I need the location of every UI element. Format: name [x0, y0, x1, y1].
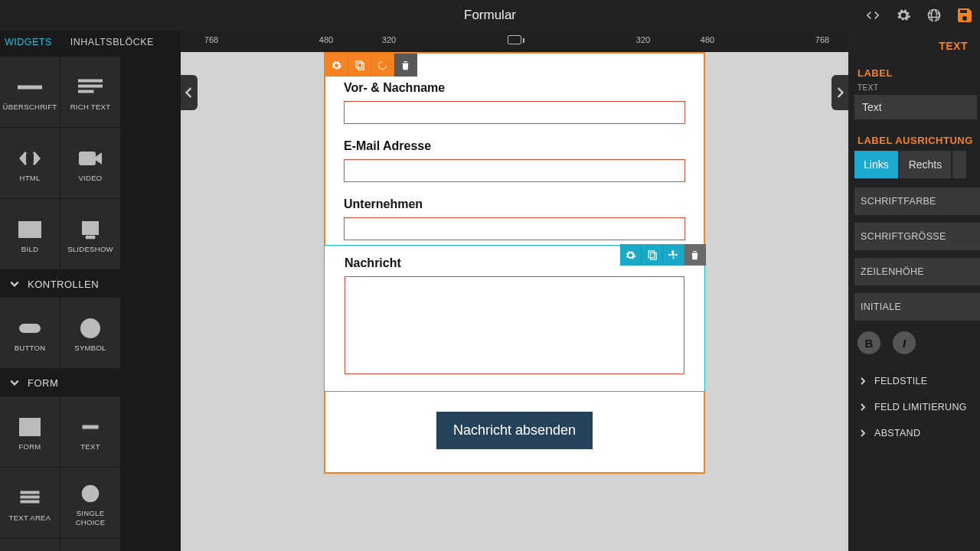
form-block[interactable]: Vor- & Nachname E-Mail Adresse Unternehm… [324, 52, 705, 474]
collapse-left-panel[interactable] [181, 75, 198, 110]
widget-symbol[interactable]: SYMBOL [60, 298, 120, 368]
text-style-group: B I [858, 331, 980, 354]
prop-line-height[interactable]: ZEILENHÖHE [854, 258, 980, 285]
symbol-icon [78, 313, 103, 344]
left-tabs: WIDGETS INHALTSBLÖCKE [0, 31, 181, 57]
widget-label: ÜBERSCHRIFT [0, 103, 60, 112]
widget-grid-controls: BUTTON SYMBOL [0, 298, 181, 369]
element-delete-button[interactable] [684, 244, 706, 266]
submit-row: Nachricht absenden [344, 392, 685, 469]
accordion-spacing[interactable]: ABSTAND [854, 420, 980, 446]
label-text-input[interactable] [854, 95, 977, 119]
widget-heading[interactable]: ÜBERSCHRIFT [0, 57, 60, 127]
field-company[interactable]: Unternehmen [344, 197, 685, 240]
widget-label: TEXT AREA [6, 514, 54, 523]
widget-richtext[interactable]: RICH TEXT [60, 57, 120, 127]
name-input[interactable] [344, 101, 685, 124]
widget-image[interactable]: BILD [0, 199, 60, 269]
prop-font-color[interactable]: SCHRIFTFARBE [854, 187, 980, 215]
svg-rect-18 [83, 425, 98, 429]
widget-html[interactable]: HTML [0, 128, 60, 198]
breakpoint-ruler[interactable]: 768 480 320 320 480 768 [181, 31, 848, 52]
align-right-button[interactable]: Rechts [900, 151, 952, 178]
widget-slideshow[interactable]: SLIDESHOW [60, 199, 120, 269]
element-move-button[interactable] [663, 244, 684, 266]
text-icon [78, 412, 103, 442]
ruler-tick: 320 [636, 35, 650, 44]
right-panel: TEXT LABEL TEXT LABEL AUSRICHTUNG Links … [848, 31, 980, 551]
property-key: TEXT [858, 83, 980, 92]
prop-font-size[interactable]: SCHRIFTGRÖSSE [854, 223, 980, 250]
slideshow-icon [78, 214, 103, 245]
block-delete-button[interactable] [394, 54, 417, 77]
prop-initial[interactable]: INITIALE [854, 293, 980, 321]
chevron-right-icon [859, 429, 867, 437]
message-input[interactable] [345, 276, 684, 374]
heading-icon [18, 72, 42, 103]
block-settings-button[interactable] [325, 54, 348, 77]
globe-icon[interactable] [919, 0, 949, 31]
field-email[interactable]: E-Mail Adresse [344, 139, 685, 182]
field-name[interactable]: Vor- & Nachname [344, 81, 685, 124]
widget-label: BUTTON [11, 344, 49, 353]
form-canvas[interactable]: Vor- & Nachname E-Mail Adresse Unternehm… [324, 52, 705, 474]
align-left-button[interactable]: Links [854, 151, 898, 178]
field-message[interactable]: Nachricht [345, 256, 684, 377]
widget-textarea[interactable]: TEXT AREA [0, 468, 60, 538]
widget-multiplechoice[interactable]: MULTIPLE CHOICE [60, 539, 120, 551]
code-icon[interactable] [858, 0, 888, 31]
save-icon[interactable] [949, 0, 980, 31]
email-input[interactable] [344, 159, 685, 182]
align-more-button[interactable] [952, 151, 966, 178]
widget-button[interactable]: BUTTON [0, 298, 60, 368]
svg-rect-4 [80, 152, 95, 165]
tab-widgets[interactable]: WIDGETS [0, 31, 57, 57]
accordion-field-limit[interactable]: FELD LIMITIERUNG [854, 394, 980, 420]
accordion-fieldstyles[interactable]: FELDSTILE [854, 368, 980, 394]
chevron-down-icon [9, 377, 20, 388]
widget-grid-basic: ÜBERSCHRIFT RICH TEXT HTML VIDEO BILD SL… [0, 57, 181, 270]
section-label-head: LABEL [858, 67, 980, 79]
message-block-selected[interactable]: Nachricht [324, 245, 705, 392]
svg-point-11 [93, 236, 95, 239]
element-settings-button[interactable] [620, 244, 642, 266]
canvas-area: 768 480 320 320 480 768 Vor- & Nachname … [181, 31, 848, 551]
element-duplicate-button[interactable] [642, 244, 663, 266]
svg-rect-12 [20, 324, 40, 332]
svg-rect-3 [78, 90, 93, 93]
widget-text[interactable]: TEXT [60, 396, 120, 467]
svg-point-10 [90, 236, 92, 239]
tab-content-blocks[interactable]: INHALTSBLÖCKE [66, 31, 158, 57]
svg-rect-0 [18, 86, 42, 89]
section-controls[interactable]: KONTROLLEN [0, 270, 181, 298]
svg-rect-30 [358, 63, 364, 70]
svg-rect-20 [21, 496, 39, 498]
app-title: Formular [464, 8, 516, 23]
gear-icon[interactable] [888, 0, 919, 31]
widget-select[interactable]: SELECT [0, 539, 60, 551]
italic-button[interactable]: I [893, 331, 916, 354]
widget-label: SINGLE CHOICE [60, 509, 120, 527]
ruler-tick: 320 [382, 35, 396, 44]
svg-rect-31 [648, 250, 655, 257]
block-toolbar [325, 54, 417, 77]
widget-label: SLIDESHOW [64, 245, 116, 254]
svg-rect-2 [78, 85, 103, 87]
widget-singlechoice[interactable]: SINGLE CHOICE [60, 468, 120, 538]
svg-rect-19 [21, 491, 39, 494]
ruler-tick: 768 [204, 35, 218, 44]
widget-label: SYMBOL [71, 344, 109, 353]
collapse-right-panel[interactable] [831, 75, 848, 110]
company-input[interactable] [344, 217, 685, 240]
field-label: Unternehmen [344, 197, 685, 211]
block-duplicate-button[interactable] [348, 54, 371, 77]
widget-form[interactable]: FORM [0, 396, 60, 467]
section-form[interactable]: FORM [0, 369, 181, 396]
bold-button[interactable]: B [858, 331, 880, 354]
widget-label: VIDEO [75, 174, 105, 183]
section-label: KONTROLLEN [28, 279, 99, 290]
widget-video[interactable]: VIDEO [60, 128, 120, 198]
right-tab[interactable]: TEXT [848, 31, 980, 61]
submit-button[interactable]: Nachricht absenden [436, 412, 593, 449]
left-panel: WIDGETS INHALTSBLÖCKE ÜBERSCHRIFT RICH T… [0, 31, 181, 551]
